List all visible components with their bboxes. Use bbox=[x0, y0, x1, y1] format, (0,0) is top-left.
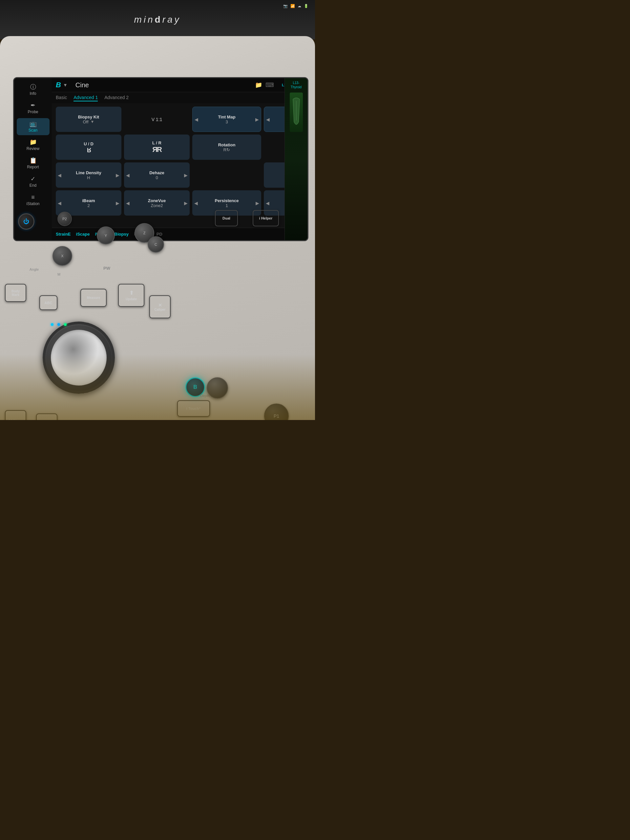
persistence-right-arrow[interactable]: ▶ bbox=[256, 201, 259, 206]
cursor-button[interactable]: ↖ Cursor bbox=[36, 414, 57, 420]
tab-basic[interactable]: Basic bbox=[56, 94, 67, 101]
sidebar-item-review[interactable]: 📁 Review bbox=[17, 136, 49, 153]
rotation-value: R↻ bbox=[223, 147, 230, 152]
sidebar-item-scan-label: Scan bbox=[28, 128, 38, 133]
depth-zoom-knob[interactable] bbox=[207, 377, 228, 399]
dual-button[interactable]: Dual bbox=[215, 210, 238, 226]
sidebar-item-probe[interactable]: ✒ Probe bbox=[17, 100, 49, 117]
mode-label: B bbox=[56, 81, 61, 89]
rotation-control[interactable]: Rotation R↻ bbox=[192, 134, 261, 160]
camera-icon: 📷 bbox=[283, 4, 288, 8]
line-density-left-arrow[interactable]: ◀ bbox=[58, 172, 62, 178]
header-icons: 📁 ⌨ bbox=[255, 81, 274, 88]
ibeam-label: iBeam bbox=[82, 198, 95, 203]
measure-label: Measure bbox=[87, 296, 100, 300]
m-knob-label: M bbox=[57, 272, 60, 276]
led-indicator-2 bbox=[57, 323, 60, 326]
update-icon: ⬆ bbox=[129, 290, 134, 296]
c-knob[interactable]: C bbox=[148, 236, 164, 253]
smooth-left-arrow[interactable]: ◀ bbox=[266, 201, 269, 206]
header-bar: B ▼ Cine 📁 ⌨ L13- Thyroid bbox=[52, 78, 308, 92]
sidebar-item-end[interactable]: ✓ End bbox=[17, 173, 49, 190]
v-ratio-control[interactable]: V 1:1 bbox=[124, 107, 189, 132]
biopsy-kit-control[interactable]: Biopsy Kit Off ▼ bbox=[56, 107, 122, 132]
pw-label: PW bbox=[103, 266, 110, 271]
tint-map-control[interactable]: ◀ Tint Map 3 ▶ bbox=[192, 107, 261, 132]
ibeam-right-arrow[interactable]: ▶ bbox=[116, 201, 120, 206]
zonevue-label: ZoneVue bbox=[148, 198, 166, 203]
sidebar-item-istation-label: iStation bbox=[26, 202, 39, 206]
iscape-button[interactable]: iScape bbox=[76, 232, 90, 237]
tab-advanced2[interactable]: Advanced 2 bbox=[104, 94, 129, 101]
abc-label: ABC bbox=[45, 301, 52, 305]
v-ratio-value: V 1:1 bbox=[152, 117, 163, 122]
cloud-icon: ☁ bbox=[298, 4, 301, 8]
sidebar-item-scan[interactable]: 📺 Scan bbox=[17, 118, 49, 135]
ud-flip-icon: R bbox=[87, 146, 90, 153]
tint-map-left-arrow[interactable]: ◀ bbox=[194, 117, 198, 122]
mode-dropdown-icon[interactable]: ▼ bbox=[63, 82, 68, 88]
dehaze-right-arrow[interactable]: ▶ bbox=[184, 172, 188, 178]
power-icon: ⏻ bbox=[23, 218, 29, 225]
ibeam-left-arrow[interactable]: ◀ bbox=[58, 201, 62, 206]
dehaze-left-arrow[interactable]: ◀ bbox=[126, 172, 129, 178]
ud-label: U / D bbox=[84, 141, 93, 146]
clear-button[interactable]: ✕ Clear bbox=[5, 410, 26, 420]
persistence-left-arrow[interactable]: ◀ bbox=[194, 201, 198, 206]
probe-type-label: L13-Thyroid bbox=[291, 81, 302, 89]
zonevue-control[interactable]: ◀ ZoneVue Zone2 ▶ bbox=[124, 190, 189, 216]
sidebar-item-report[interactable]: 📋 Report bbox=[17, 155, 49, 172]
i-helper-label: i Helper bbox=[259, 216, 272, 220]
p1-button[interactable]: P1 bbox=[264, 404, 289, 420]
strain-e-button[interactable]: StrainE bbox=[56, 232, 71, 237]
update-button[interactable]: ⬆ Update bbox=[118, 284, 144, 307]
gray-map-left-arrow[interactable]: ◀ bbox=[266, 117, 270, 122]
tint-map-value: 3 bbox=[226, 120, 228, 124]
pd-button[interactable]: PD bbox=[156, 232, 163, 237]
body-mark-label: BodyMark bbox=[11, 289, 20, 297]
probe-svg bbox=[291, 96, 301, 129]
update-label: Update bbox=[126, 297, 137, 301]
x-knob-label: X bbox=[61, 254, 63, 258]
mode-selector[interactable]: B ▼ bbox=[56, 81, 68, 89]
body-mark-button[interactable]: BodyMark bbox=[5, 284, 26, 302]
sidebar-item-review-label: Review bbox=[27, 146, 39, 151]
sidebar-item-istation[interactable]: ≡ iStation bbox=[17, 192, 49, 209]
caliper-button[interactable]: ✕ Caliper bbox=[149, 295, 171, 318]
i-touch-button[interactable]: i Touch⁺ bbox=[177, 400, 210, 417]
c-knob-label: C bbox=[155, 243, 157, 246]
persistence-value: 1 bbox=[226, 203, 228, 208]
probe-icon: ✒ bbox=[30, 103, 35, 108]
folder-icon: 📁 bbox=[255, 81, 262, 88]
brand-header: mindray 📷 📶 ☁ 🔋 bbox=[0, 0, 315, 39]
biopsy-kit-value: Off bbox=[83, 120, 88, 124]
tint-map-right-arrow[interactable]: ▶ bbox=[255, 117, 259, 122]
clear-label: Clear bbox=[13, 418, 23, 420]
y-knob-label: Y bbox=[105, 234, 107, 238]
lr-control[interactable]: L / R ЯR bbox=[124, 134, 189, 160]
measure-button[interactable]: Measure bbox=[81, 289, 107, 307]
sidebar-item-info[interactable]: ⓘ Info bbox=[17, 81, 49, 98]
abc-button[interactable]: ABC bbox=[39, 295, 57, 310]
line-density-control[interactable]: ◀ Line Density H ▶ bbox=[56, 163, 122, 188]
x-knob[interactable]: X bbox=[52, 246, 72, 266]
line-density-right-arrow[interactable]: ▶ bbox=[116, 172, 120, 178]
review-icon: 📁 bbox=[30, 139, 37, 145]
line-density-label: Line Density bbox=[76, 170, 101, 175]
trackball-ball[interactable] bbox=[51, 330, 107, 385]
zonevue-left-arrow[interactable]: ◀ bbox=[126, 201, 129, 206]
p1-label: P1 bbox=[274, 414, 279, 419]
keyboard-icon: ⌨ bbox=[265, 81, 274, 88]
y-knob[interactable]: Y bbox=[97, 226, 115, 245]
dehaze-control[interactable]: ◀ Dehaze 0 ▶ bbox=[124, 163, 189, 188]
tint-map-label: Tint Map bbox=[218, 115, 235, 120]
p2-button[interactable]: P2 bbox=[57, 212, 72, 226]
sidebar-item-info-label: Info bbox=[30, 91, 36, 96]
tab-advanced1[interactable]: Advanced 1 bbox=[74, 94, 98, 101]
i-helper-button[interactable]: i Helper bbox=[253, 210, 279, 226]
ud-control[interactable]: U / D R bbox=[56, 134, 122, 160]
power-button[interactable]: ⏻ bbox=[18, 213, 35, 230]
zonevue-right-arrow[interactable]: ▶ bbox=[184, 201, 188, 206]
biopsy-button[interactable]: Biopsy bbox=[115, 232, 129, 237]
lr-label: L / R bbox=[152, 141, 161, 145]
